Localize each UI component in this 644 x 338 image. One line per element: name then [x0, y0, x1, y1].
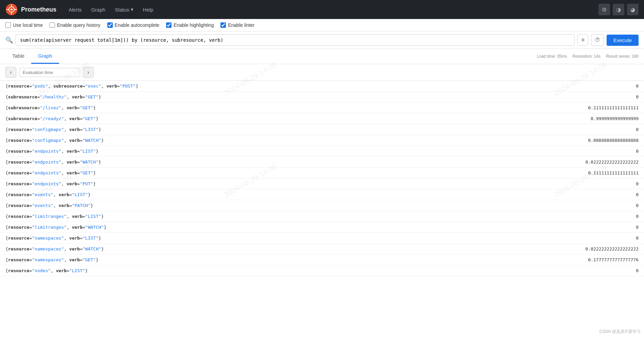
metric-label: {resource="nodes", verb="LIST"}	[0, 265, 437, 276]
metric-label: {subresource="/healthz", verb="GET"}	[0, 92, 437, 102]
metric-label: {resource="pods", subresource="exec", ve…	[0, 81, 437, 92]
metric-value: 0	[437, 146, 644, 157]
enable-autocomplete-option[interactable]: Enable autocomplete	[107, 22, 160, 28]
metric-key: resource	[8, 170, 30, 175]
table-row: {resource="namespaces", verb="LIST"}0	[0, 233, 644, 244]
metric-val: "GET"	[85, 94, 99, 99]
tabs-row: Table Graph Load time: 35ms Resolution: …	[0, 49, 644, 64]
next-icon: ›	[87, 69, 89, 75]
enable-linter-label: Enable linter	[228, 22, 254, 28]
metric-key: verb	[106, 83, 117, 89]
metric-value: 0	[437, 222, 644, 233]
metric-val: "GET"	[83, 116, 96, 121]
metric-val: "namespaces"	[32, 246, 64, 251]
table-row: {resource="configmaps", verb="WATCH"}0.0…	[0, 135, 644, 146]
nav-graph[interactable]: Graph	[87, 4, 109, 15]
enable-highlighting-option[interactable]: Enable highlighting	[166, 22, 214, 28]
metric-val: "PATCH"	[72, 203, 91, 208]
metric-key: resource	[8, 83, 30, 89]
metric-value: 0.08888888888888888	[437, 135, 644, 146]
history-icon: ⏱	[595, 37, 600, 43]
metric-key: resource	[8, 236, 30, 241]
nav-status-label: Status	[115, 7, 129, 13]
metric-value: 0.11111111111111111	[437, 102, 644, 113]
settings-button[interactable]: ⚙	[598, 4, 610, 15]
metric-val: "limitranges"	[32, 214, 67, 219]
enable-linter-option[interactable]: Enable linter	[220, 22, 254, 28]
metric-key: verb	[69, 138, 80, 143]
metric-key: verb	[67, 149, 77, 154]
metric-key: subresource	[53, 83, 83, 89]
metric-key: verb	[69, 236, 80, 241]
metric-val: "endpoints"	[32, 170, 61, 175]
metric-key: subresource	[8, 105, 37, 110]
metric-key: verb	[67, 181, 77, 186]
history-button[interactable]: ⏱	[591, 34, 604, 46]
brand: Prometheus	[5, 3, 56, 16]
metric-value: 0	[437, 211, 644, 222]
tab-graph[interactable]: Graph	[31, 49, 59, 64]
metric-val: "WATCH"	[83, 246, 101, 251]
execute-button[interactable]: Execute	[607, 35, 639, 46]
use-local-time-option[interactable]: Use local time	[5, 22, 43, 28]
resolution: Resolution: 14s	[572, 54, 601, 59]
table-row: {resource="limitranges", verb="WATCH"}0	[0, 222, 644, 233]
tab-table[interactable]: Table	[5, 49, 31, 64]
prometheus-logo	[5, 3, 18, 16]
enable-query-history-checkbox[interactable]	[50, 22, 55, 28]
metric-val: "LIST"	[80, 149, 96, 154]
enable-query-history-option[interactable]: Enable query history	[50, 22, 101, 28]
metric-label: {subresource="/livez", verb="GET"}	[0, 102, 437, 113]
metric-key: verb	[67, 170, 77, 175]
table-row: {resource="endpoints", verb="PUT"}0	[0, 179, 644, 189]
metric-value: 0.022222222222222222	[437, 244, 644, 255]
next-time-button[interactable]: ›	[83, 67, 94, 78]
prev-icon: ‹	[10, 69, 12, 75]
prev-time-button[interactable]: ‹	[5, 67, 16, 78]
theme-toggle-button[interactable]: ◑	[613, 4, 624, 15]
settings-icon: ⚙	[602, 6, 607, 13]
nav-status[interactable]: Status ▾	[111, 4, 138, 15]
enable-highlighting-label: Enable highlighting	[174, 22, 214, 28]
metric-key: verb	[67, 159, 77, 165]
metric-val: "events"	[32, 203, 53, 208]
metric-val: "namespaces"	[32, 236, 64, 241]
metric-key: resource	[8, 192, 30, 197]
nav-alerts[interactable]: Alerts	[65, 4, 86, 15]
enable-highlighting-checkbox[interactable]	[166, 22, 172, 28]
metric-key: resource	[8, 257, 30, 262]
table-row: {resource="pods", subresource="exec", ve…	[0, 81, 644, 92]
metric-val: "LIST"	[83, 236, 99, 241]
metric-value: 0	[437, 81, 644, 92]
metric-val: "PUT"	[80, 181, 93, 186]
enable-autocomplete-checkbox[interactable]	[107, 22, 113, 28]
metric-val: "/readyz"	[40, 116, 64, 121]
metric-key: verb	[72, 225, 83, 230]
evaluation-time-input[interactable]	[19, 68, 80, 77]
query-input[interactable]	[16, 34, 575, 46]
metric-key: verb	[69, 257, 80, 262]
table-row: {resource="nodes", verb="LIST"}0	[0, 265, 644, 276]
format-button[interactable]: ≡	[577, 34, 588, 46]
metric-value: 0	[437, 265, 644, 276]
use-local-time-checkbox[interactable]	[5, 22, 11, 28]
metric-val: "GET"	[80, 105, 93, 110]
enable-linter-checkbox[interactable]	[220, 22, 226, 28]
metric-val: "pods"	[32, 83, 48, 89]
table-row: {resource="limitranges", verb="LIST"}0	[0, 211, 644, 222]
main-nav: Alerts Graph Status ▾ Help	[65, 4, 157, 15]
metric-key: verb	[67, 105, 77, 110]
metric-key: verb	[59, 192, 69, 197]
metric-value: 0	[437, 200, 644, 211]
contrast-icon: ◕	[630, 6, 635, 13]
load-time: Load time: 35ms	[537, 54, 567, 59]
nav-help[interactable]: Help	[139, 4, 158, 15]
contrast-button[interactable]: ◕	[627, 4, 639, 15]
metric-label: {resource="configmaps", verb="LIST"}	[0, 124, 437, 135]
metric-label: {resource="events", verb="LIST"}	[0, 189, 437, 200]
table-row: {subresource="/healthz", verb="GET"}0	[0, 92, 644, 102]
table-row: {resource="events", verb="PATCH"}0	[0, 200, 644, 211]
metric-label: {resource="namespaces", verb="LIST"}	[0, 233, 437, 244]
metric-val: "LIST"	[69, 268, 85, 273]
metric-val: "namespaces"	[32, 257, 64, 262]
